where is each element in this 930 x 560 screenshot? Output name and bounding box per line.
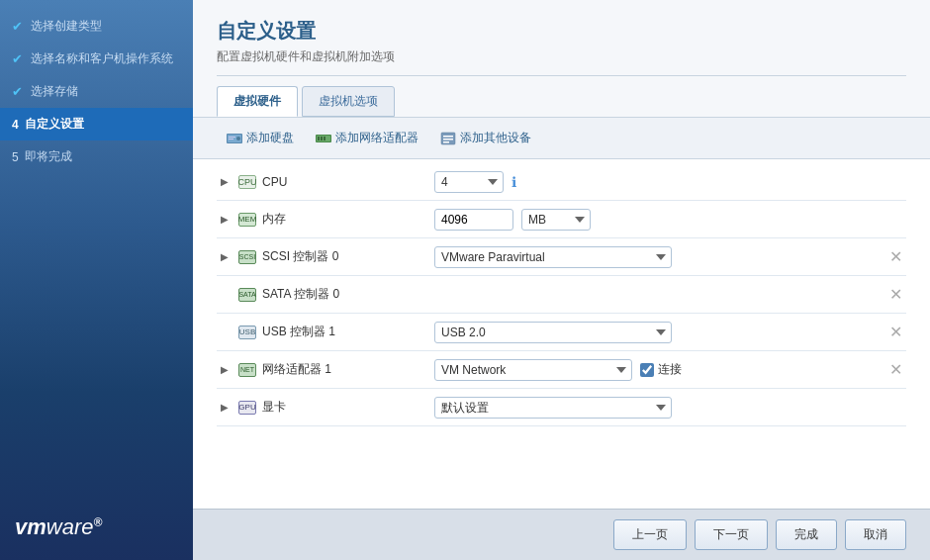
mem-value-input[interactable] <box>434 209 513 231</box>
usb-remove-icon[interactable]: ✕ <box>885 323 906 341</box>
hw-row-sata-left: ▶ SATA SATA 控制器 0 <box>217 286 434 303</box>
sata-icon: SATA <box>238 288 256 302</box>
prev-button[interactable]: 上一页 <box>613 519 687 550</box>
svg-rect-4 <box>229 139 233 140</box>
hw-row-scsi-left: ▶ SCSI SCSI 控制器 0 <box>217 248 434 265</box>
sidebar-item-step2[interactable]: ✔ 选择名称和客户机操作系统 <box>0 43 193 75</box>
sidebar-step2-label: 选择名称和客户机操作系统 <box>31 50 173 67</box>
tab-virtual-hardware[interactable]: 虚拟硬件 <box>217 86 298 117</box>
hw-row-usb-right: USB 2.0 USB 3.0 ✕ <box>434 322 906 343</box>
svg-rect-9 <box>324 137 326 140</box>
finish-button[interactable]: 完成 <box>776 519 837 550</box>
mem-unit-select[interactable]: MB GB <box>521 209 591 231</box>
add-disk-label: 添加硬盘 <box>246 130 294 146</box>
hw-row-usb-left: ▶ USB USB 控制器 1 <box>217 324 434 340</box>
hw-row-cpu-right: 4 1 2 8 ℹ <box>434 171 906 193</box>
net-expand-arrow[interactable]: ▶ <box>221 364 232 375</box>
sidebar-item-step4[interactable]: 4 自定义设置 <box>0 108 193 140</box>
mem-icon: MEM <box>238 213 256 227</box>
usb-label: USB 控制器 1 <box>262 324 335 340</box>
step5-num: 5 <box>12 150 19 164</box>
page-title: 自定义设置 <box>217 18 906 45</box>
hw-row-cpu: ▶ CPU CPU 4 1 2 8 ℹ <box>217 163 906 201</box>
scsi-icon: SCSI <box>238 250 256 264</box>
vmware-ware: ware <box>46 514 94 539</box>
hw-row-mem-left: ▶ MEM 内存 <box>217 211 434 228</box>
svg-rect-12 <box>443 139 453 140</box>
net-label: 网络适配器 1 <box>262 361 331 378</box>
footer: 上一页 下一页 完成 取消 <box>193 509 930 560</box>
sidebar-step4-label: 自定义设置 <box>25 116 84 133</box>
hw-row-scsi: ▶ SCSI SCSI 控制器 0 VMware Paravirtual LSI… <box>217 238 906 276</box>
hw-row-sata-right: ✕ <box>434 285 906 304</box>
add-network-button[interactable]: 添加网络适配器 <box>306 126 428 150</box>
sidebar-item-step1[interactable]: ✔ 选择创建类型 <box>0 10 193 43</box>
tab-vm-options[interactable]: 虚拟机选项 <box>302 86 395 117</box>
cpu-icon: CPU <box>238 175 256 189</box>
net-network-select[interactable]: VM Network NAT Host-only <box>434 359 632 381</box>
hw-row-gpu-right: 默认设置 自动检测 <box>434 397 906 419</box>
add-disk-icon <box>227 132 242 145</box>
scsi-expand-arrow[interactable]: ▶ <box>221 251 232 262</box>
cpu-info-icon[interactable]: ℹ <box>512 174 516 190</box>
hw-row-net-left: ▶ NET 网络适配器 1 <box>217 361 434 378</box>
svg-rect-8 <box>321 137 323 140</box>
svg-rect-7 <box>318 137 320 140</box>
net-remove-icon[interactable]: ✕ <box>885 360 906 379</box>
main-layout: ✔ 选择创建类型 ✔ 选择名称和客户机操作系统 ✔ 选择存储 4 自定义设置 5… <box>0 0 930 560</box>
add-disk-button[interactable]: 添加硬盘 <box>217 126 304 150</box>
tab-bar: 虚拟硬件 虚拟机选项 <box>193 76 930 117</box>
page-subtitle: 配置虚拟机硬件和虚拟机附加选项 <box>217 48 906 65</box>
sidebar-step3-label: 选择存储 <box>31 83 78 100</box>
sidebar-step1-label: 选择创建类型 <box>31 18 102 35</box>
mem-expand-arrow[interactable]: ▶ <box>221 214 232 225</box>
hw-row-sata: ▶ SATA SATA 控制器 0 ✕ <box>217 276 906 314</box>
hardware-list: ▶ CPU CPU 4 1 2 8 ℹ ▶ <box>193 159 930 509</box>
toolbar: 添加硬盘 添加网络适配器 添加其他设备 <box>193 117 930 159</box>
net-icon: NET <box>238 363 256 377</box>
svg-point-2 <box>236 137 240 140</box>
add-other-icon <box>440 132 456 145</box>
hw-row-mem-right: MB GB <box>434 209 906 231</box>
svg-rect-13 <box>443 141 449 143</box>
cpu-label: CPU <box>262 175 287 189</box>
content-area: 自定义设置 配置虚拟机硬件和虚拟机附加选项 虚拟硬件 虚拟机选项 添加硬盘 <box>193 0 930 560</box>
hw-row-net: ▶ NET 网络适配器 1 VM Network NAT Host-only 连… <box>217 351 906 389</box>
hw-row-usb: ▶ USB USB 控制器 1 USB 2.0 USB 3.0 ✕ <box>217 314 906 351</box>
next-button[interactable]: 下一页 <box>695 519 768 550</box>
sata-remove-icon[interactable]: ✕ <box>885 285 906 304</box>
net-connect-checkbox[interactable] <box>640 363 654 377</box>
gpu-label: 显卡 <box>262 399 286 416</box>
sidebar: ✔ 选择创建类型 ✔ 选择名称和客户机操作系统 ✔ 选择存储 4 自定义设置 5… <box>0 0 193 560</box>
check-icon-1: ✔ <box>12 19 23 34</box>
check-icon-2: ✔ <box>12 51 23 66</box>
add-other-label: 添加其他设备 <box>460 130 531 146</box>
sidebar-item-step3[interactable]: ✔ 选择存储 <box>0 75 193 108</box>
hw-row-gpu: ▶ GPU 显卡 默认设置 自动检测 <box>217 389 906 426</box>
vmware-reg: ® <box>93 515 102 529</box>
scsi-label: SCSI 控制器 0 <box>262 248 338 265</box>
gpu-setting-select[interactable]: 默认设置 自动检测 <box>434 397 672 419</box>
scsi-type-select[interactable]: VMware Paravirtual LSI Logic LSI Logic S… <box>434 246 672 268</box>
add-other-button[interactable]: 添加其他设备 <box>430 126 541 150</box>
usb-icon: USB <box>238 326 256 339</box>
add-network-label: 添加网络适配器 <box>335 130 418 146</box>
hw-row-net-right: VM Network NAT Host-only 连接 ✕ <box>434 359 906 381</box>
hw-row-gpu-left: ▶ GPU 显卡 <box>217 399 434 416</box>
cpu-expand-arrow[interactable]: ▶ <box>221 176 232 187</box>
gpu-icon: GPU <box>238 401 256 415</box>
gpu-expand-arrow[interactable]: ▶ <box>221 402 232 413</box>
usb-version-select[interactable]: USB 2.0 USB 3.0 <box>434 322 672 343</box>
add-network-icon <box>316 132 331 145</box>
scsi-remove-icon[interactable]: ✕ <box>885 247 906 266</box>
vmware-vm: vm <box>15 514 46 539</box>
cancel-button[interactable]: 取消 <box>845 519 906 550</box>
sidebar-item-step5[interactable]: 5 即将完成 <box>0 140 193 173</box>
sata-label: SATA 控制器 0 <box>262 286 339 303</box>
svg-rect-11 <box>443 136 453 138</box>
cpu-count-select[interactable]: 4 1 2 8 <box>434 171 504 193</box>
step4-num: 4 <box>12 118 19 132</box>
hw-row-scsi-right: VMware Paravirtual LSI Logic LSI Logic S… <box>434 246 906 268</box>
check-icon-3: ✔ <box>12 84 23 99</box>
hw-row-mem: ▶ MEM 内存 MB GB <box>217 201 906 238</box>
